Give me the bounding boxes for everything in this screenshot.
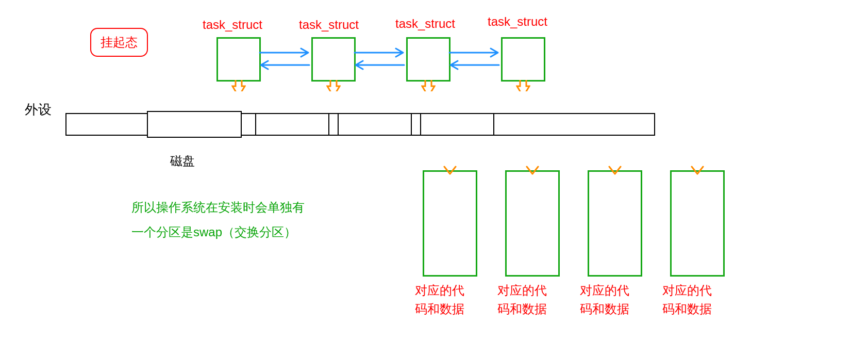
link-arrows-3-4 bbox=[448, 46, 500, 72]
partition-4 bbox=[420, 113, 494, 136]
swap-label-4: 对应的代 码和数据 bbox=[662, 281, 712, 318]
swap-note: 所以操作系统在安装时会单独有 一个分区是swap（交换分区） bbox=[131, 195, 305, 245]
task-struct-box-1 bbox=[216, 37, 261, 82]
partition-2 bbox=[255, 113, 329, 136]
task-struct-box-2 bbox=[311, 37, 356, 82]
swap-block-4 bbox=[670, 170, 725, 277]
partition-3 bbox=[338, 113, 412, 136]
swap-label-line1: 对应的代 bbox=[580, 281, 629, 300]
partition-disk bbox=[147, 111, 242, 138]
task-struct-label-3: task_struct bbox=[395, 17, 455, 31]
task-struct-label-4: task_struct bbox=[488, 14, 547, 29]
swap-label-2: 对应的代 码和数据 bbox=[497, 281, 547, 318]
link-arrows-2-3 bbox=[354, 46, 405, 72]
swap-block-2 bbox=[505, 170, 560, 277]
disk-label: 磁盘 bbox=[170, 153, 195, 169]
task-struct-label-2: task_struct bbox=[299, 18, 359, 32]
feet-icon bbox=[231, 80, 246, 91]
task-struct-box-4 bbox=[501, 37, 545, 82]
state-badge: 挂起态 bbox=[90, 28, 148, 57]
link-arrows-1-2 bbox=[259, 46, 310, 72]
swap-note-line1: 所以操作系统在安装时会单独有 bbox=[131, 195, 305, 220]
swap-label-line2: 码和数据 bbox=[415, 300, 464, 318]
feet-icon bbox=[421, 80, 436, 91]
swap-label-line1: 对应的代 bbox=[497, 281, 547, 300]
swap-block-3 bbox=[588, 170, 642, 277]
swap-label-3: 对应的代 码和数据 bbox=[580, 281, 629, 318]
task-struct-label-1: task_struct bbox=[203, 18, 262, 32]
cap-icon bbox=[607, 166, 623, 175]
cap-icon bbox=[690, 166, 705, 175]
swap-label-line2: 码和数据 bbox=[662, 300, 712, 318]
swap-label-line1: 对应的代 bbox=[415, 281, 464, 300]
task-struct-box-3 bbox=[406, 37, 450, 82]
feet-icon bbox=[326, 80, 341, 91]
feet-icon bbox=[516, 80, 530, 91]
swap-label-line2: 码和数据 bbox=[497, 300, 547, 318]
state-badge-label: 挂起态 bbox=[101, 35, 138, 49]
peripheral-heading: 外设 bbox=[25, 101, 52, 119]
cap-icon bbox=[525, 166, 540, 175]
swap-label-line1: 对应的代 bbox=[662, 281, 712, 300]
swap-note-line2: 一个分区是swap（交换分区） bbox=[131, 220, 305, 245]
cap-icon bbox=[442, 166, 458, 175]
swap-block-1 bbox=[423, 170, 477, 277]
swap-label-1: 对应的代 码和数据 bbox=[415, 281, 464, 318]
swap-label-line2: 码和数据 bbox=[580, 300, 629, 318]
